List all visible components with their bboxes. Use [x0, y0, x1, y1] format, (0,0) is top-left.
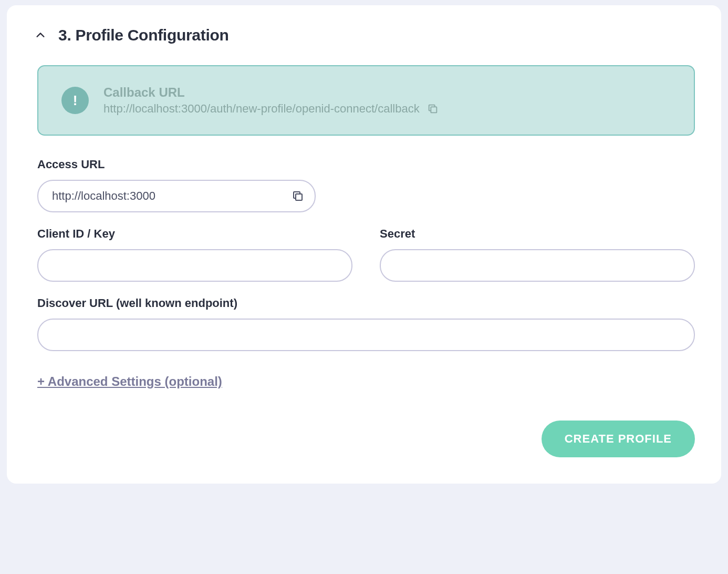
profile-config-card: 3. Profile Configuration ! Callback URL … — [7, 5, 721, 484]
client-id-group: Client ID / Key — [37, 227, 352, 282]
access-url-label: Access URL — [37, 158, 695, 171]
callout-title: Callback URL — [103, 85, 439, 100]
secret-group: Secret — [380, 227, 695, 282]
info-icon: ! — [61, 87, 89, 114]
client-secret-row: Client ID / Key Secret — [33, 227, 695, 296]
svg-rect-0 — [431, 107, 436, 112]
secret-input[interactable] — [380, 249, 695, 282]
chevron-up-icon — [33, 28, 48, 43]
advanced-settings-link[interactable]: + Advanced Settings (optional) — [37, 374, 222, 389]
discover-url-input-wrapper — [37, 319, 695, 351]
create-profile-button[interactable]: CREATE PROFILE — [542, 421, 695, 457]
discover-url-group: Discover URL (well known endpoint) — [37, 296, 695, 351]
access-url-group: Access URL — [37, 158, 695, 212]
callback-url-value: http://localhost:3000/auth/new-profile/o… — [103, 102, 420, 116]
svg-rect-1 — [296, 194, 302, 200]
client-id-input-wrapper — [37, 249, 352, 282]
access-url-input-wrapper — [37, 180, 316, 212]
access-url-input[interactable] — [37, 180, 316, 212]
discover-url-label: Discover URL (well known endpoint) — [37, 296, 695, 310]
secret-input-wrapper — [380, 249, 695, 282]
callout-body: Callback URL http://localhost:3000/auth/… — [103, 85, 439, 116]
callout-value-row: http://localhost:3000/auth/new-profile/o… — [103, 102, 439, 116]
copy-icon[interactable] — [292, 190, 304, 202]
section-title: 3. Profile Configuration — [58, 26, 228, 44]
form-footer: CREATE PROFILE — [33, 421, 695, 457]
callback-url-callout: ! Callback URL http://localhost:3000/aut… — [37, 65, 695, 136]
discover-url-input[interactable] — [37, 319, 695, 351]
client-id-label: Client ID / Key — [37, 227, 352, 241]
client-id-input[interactable] — [37, 249, 352, 282]
copy-icon[interactable] — [427, 103, 439, 115]
section-header-toggle[interactable]: 3. Profile Configuration — [33, 26, 695, 44]
secret-label: Secret — [380, 227, 695, 241]
